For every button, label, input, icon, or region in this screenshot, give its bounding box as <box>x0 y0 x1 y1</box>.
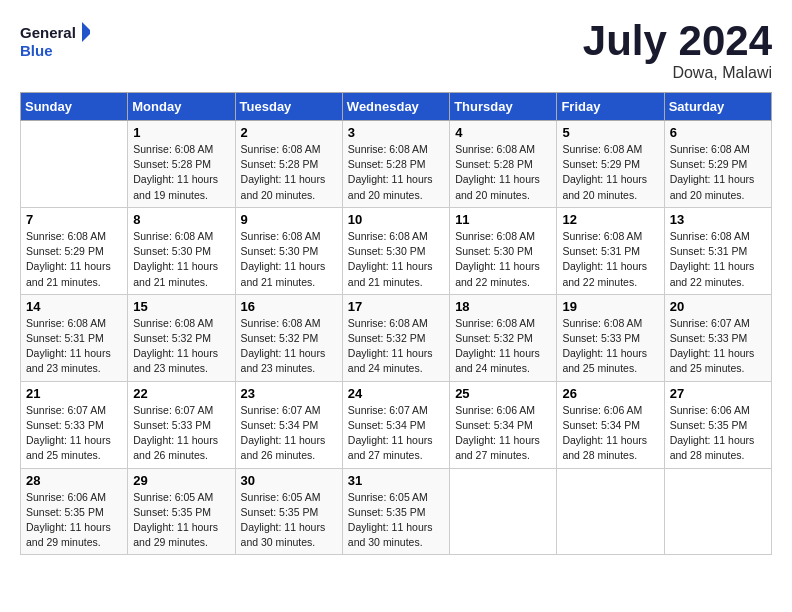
day-info: Sunrise: 6:08 AMSunset: 5:31 PMDaylight:… <box>26 316 122 377</box>
sunset-text: Sunset: 5:30 PM <box>455 245 533 257</box>
sunrise-text: Sunrise: 6:06 AM <box>455 404 535 416</box>
calendar-table: Sunday Monday Tuesday Wednesday Thursday… <box>20 92 772 555</box>
day-info: Sunrise: 6:08 AMSunset: 5:31 PMDaylight:… <box>670 229 766 290</box>
calendar-cell: 12Sunrise: 6:08 AMSunset: 5:31 PMDayligh… <box>557 207 664 294</box>
sunrise-text: Sunrise: 6:08 AM <box>133 317 213 329</box>
day-number: 20 <box>670 299 766 314</box>
calendar-cell: 30Sunrise: 6:05 AMSunset: 5:35 PMDayligh… <box>235 468 342 555</box>
calendar-cell: 2Sunrise: 6:08 AMSunset: 5:28 PMDaylight… <box>235 121 342 208</box>
day-info: Sunrise: 6:08 AMSunset: 5:30 PMDaylight:… <box>455 229 551 290</box>
calendar-cell: 17Sunrise: 6:08 AMSunset: 5:32 PMDayligh… <box>342 294 449 381</box>
day-info: Sunrise: 6:08 AMSunset: 5:30 PMDaylight:… <box>241 229 337 290</box>
calendar-cell: 18Sunrise: 6:08 AMSunset: 5:32 PMDayligh… <box>450 294 557 381</box>
day-number: 26 <box>562 386 658 401</box>
calendar-cell: 6Sunrise: 6:08 AMSunset: 5:29 PMDaylight… <box>664 121 771 208</box>
calendar-cell <box>450 468 557 555</box>
daylight-text: Daylight: 11 hours and 23 minutes. <box>133 347 218 374</box>
day-info: Sunrise: 6:08 AMSunset: 5:30 PMDaylight:… <box>348 229 444 290</box>
title-block: July 2024 Dowa, Malawi <box>583 20 772 82</box>
sunrise-text: Sunrise: 6:08 AM <box>241 317 321 329</box>
daylight-text: Daylight: 11 hours and 29 minutes. <box>26 521 111 548</box>
day-info: Sunrise: 6:06 AMSunset: 5:34 PMDaylight:… <box>455 403 551 464</box>
day-number: 6 <box>670 125 766 140</box>
sunrise-text: Sunrise: 6:07 AM <box>26 404 106 416</box>
calendar-cell: 3Sunrise: 6:08 AMSunset: 5:28 PMDaylight… <box>342 121 449 208</box>
daylight-text: Daylight: 11 hours and 22 minutes. <box>455 260 540 287</box>
sunrise-text: Sunrise: 6:08 AM <box>348 143 428 155</box>
calendar-cell <box>664 468 771 555</box>
day-info: Sunrise: 6:06 AMSunset: 5:35 PMDaylight:… <box>670 403 766 464</box>
calendar-cell: 19Sunrise: 6:08 AMSunset: 5:33 PMDayligh… <box>557 294 664 381</box>
col-saturday: Saturday <box>664 93 771 121</box>
daylight-text: Daylight: 11 hours and 25 minutes. <box>562 347 647 374</box>
day-number: 12 <box>562 212 658 227</box>
sunset-text: Sunset: 5:30 PM <box>241 245 319 257</box>
calendar-cell: 4Sunrise: 6:08 AMSunset: 5:28 PMDaylight… <box>450 121 557 208</box>
day-info: Sunrise: 6:08 AMSunset: 5:31 PMDaylight:… <box>562 229 658 290</box>
calendar-cell: 20Sunrise: 6:07 AMSunset: 5:33 PMDayligh… <box>664 294 771 381</box>
sunset-text: Sunset: 5:29 PM <box>26 245 104 257</box>
svg-text:General: General <box>20 24 76 41</box>
day-number: 28 <box>26 473 122 488</box>
sunrise-text: Sunrise: 6:08 AM <box>26 230 106 242</box>
col-wednesday: Wednesday <box>342 93 449 121</box>
day-info: Sunrise: 6:06 AMSunset: 5:35 PMDaylight:… <box>26 490 122 551</box>
sunset-text: Sunset: 5:35 PM <box>348 506 426 518</box>
daylight-text: Daylight: 11 hours and 22 minutes. <box>670 260 755 287</box>
day-info: Sunrise: 6:08 AMSunset: 5:29 PMDaylight:… <box>670 142 766 203</box>
calendar-cell: 16Sunrise: 6:08 AMSunset: 5:32 PMDayligh… <box>235 294 342 381</box>
sunrise-text: Sunrise: 6:08 AM <box>348 230 428 242</box>
calendar-cell: 24Sunrise: 6:07 AMSunset: 5:34 PMDayligh… <box>342 381 449 468</box>
calendar-cell: 28Sunrise: 6:06 AMSunset: 5:35 PMDayligh… <box>21 468 128 555</box>
svg-text:Blue: Blue <box>20 42 53 59</box>
sunrise-text: Sunrise: 6:07 AM <box>133 404 213 416</box>
sunrise-text: Sunrise: 6:07 AM <box>670 317 750 329</box>
calendar-cell: 22Sunrise: 6:07 AMSunset: 5:33 PMDayligh… <box>128 381 235 468</box>
sunrise-text: Sunrise: 6:08 AM <box>241 143 321 155</box>
calendar-cell: 25Sunrise: 6:06 AMSunset: 5:34 PMDayligh… <box>450 381 557 468</box>
day-number: 25 <box>455 386 551 401</box>
day-number: 3 <box>348 125 444 140</box>
day-info: Sunrise: 6:08 AMSunset: 5:29 PMDaylight:… <box>26 229 122 290</box>
daylight-text: Daylight: 11 hours and 20 minutes. <box>455 173 540 200</box>
calendar-cell: 1Sunrise: 6:08 AMSunset: 5:28 PMDaylight… <box>128 121 235 208</box>
daylight-text: Daylight: 11 hours and 21 minutes. <box>348 260 433 287</box>
calendar-cell: 10Sunrise: 6:08 AMSunset: 5:30 PMDayligh… <box>342 207 449 294</box>
sunset-text: Sunset: 5:34 PM <box>562 419 640 431</box>
calendar-cell: 29Sunrise: 6:05 AMSunset: 5:35 PMDayligh… <box>128 468 235 555</box>
calendar-cell: 23Sunrise: 6:07 AMSunset: 5:34 PMDayligh… <box>235 381 342 468</box>
day-number: 5 <box>562 125 658 140</box>
sunset-text: Sunset: 5:33 PM <box>562 332 640 344</box>
calendar-week-row: 21Sunrise: 6:07 AMSunset: 5:33 PMDayligh… <box>21 381 772 468</box>
sunset-text: Sunset: 5:35 PM <box>26 506 104 518</box>
col-tuesday: Tuesday <box>235 93 342 121</box>
sunrise-text: Sunrise: 6:06 AM <box>562 404 642 416</box>
sunset-text: Sunset: 5:28 PM <box>133 158 211 170</box>
sunset-text: Sunset: 5:35 PM <box>133 506 211 518</box>
day-info: Sunrise: 6:08 AMSunset: 5:28 PMDaylight:… <box>241 142 337 203</box>
day-info: Sunrise: 6:07 AMSunset: 5:33 PMDaylight:… <box>26 403 122 464</box>
sunset-text: Sunset: 5:29 PM <box>670 158 748 170</box>
sunrise-text: Sunrise: 6:08 AM <box>455 230 535 242</box>
day-number: 2 <box>241 125 337 140</box>
day-number: 27 <box>670 386 766 401</box>
sunset-text: Sunset: 5:32 PM <box>348 332 426 344</box>
sunset-text: Sunset: 5:31 PM <box>670 245 748 257</box>
calendar-cell <box>557 468 664 555</box>
sunrise-text: Sunrise: 6:07 AM <box>241 404 321 416</box>
calendar-week-row: 28Sunrise: 6:06 AMSunset: 5:35 PMDayligh… <box>21 468 772 555</box>
day-info: Sunrise: 6:07 AMSunset: 5:33 PMDaylight:… <box>670 316 766 377</box>
sunset-text: Sunset: 5:34 PM <box>455 419 533 431</box>
calendar-cell: 14Sunrise: 6:08 AMSunset: 5:31 PMDayligh… <box>21 294 128 381</box>
day-info: Sunrise: 6:05 AMSunset: 5:35 PMDaylight:… <box>241 490 337 551</box>
day-number: 1 <box>133 125 229 140</box>
sunset-text: Sunset: 5:28 PM <box>455 158 533 170</box>
day-number: 22 <box>133 386 229 401</box>
day-number: 13 <box>670 212 766 227</box>
day-info: Sunrise: 6:07 AMSunset: 5:34 PMDaylight:… <box>241 403 337 464</box>
daylight-text: Daylight: 11 hours and 21 minutes. <box>133 260 218 287</box>
daylight-text: Daylight: 11 hours and 30 minutes. <box>348 521 433 548</box>
calendar-cell: 21Sunrise: 6:07 AMSunset: 5:33 PMDayligh… <box>21 381 128 468</box>
day-info: Sunrise: 6:07 AMSunset: 5:33 PMDaylight:… <box>133 403 229 464</box>
day-info: Sunrise: 6:08 AMSunset: 5:32 PMDaylight:… <box>348 316 444 377</box>
